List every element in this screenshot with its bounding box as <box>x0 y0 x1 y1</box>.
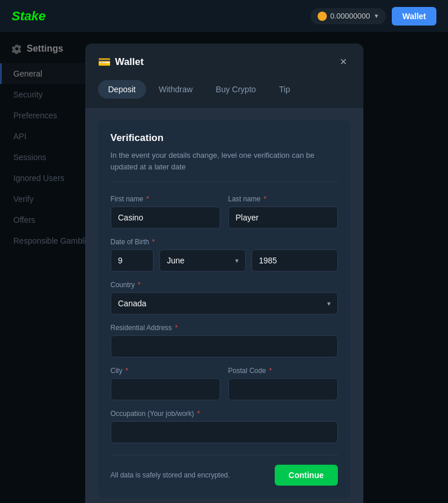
top-nav: Stake 0.00000000 ▼ Wallet <box>0 0 448 32</box>
dob-year-group <box>252 249 338 272</box>
verification-description: In the event your details change, level … <box>111 150 338 182</box>
country-required: * <box>138 281 141 289</box>
tab-tip[interactable]: Tip <box>269 80 301 99</box>
first-name-input[interactable] <box>111 207 220 229</box>
country-group: Country * Canada United States United Ki… <box>111 281 338 314</box>
city-postal-row: City * Postal Code * <box>111 367 338 400</box>
name-row: First name * Last name * <box>111 195 338 229</box>
first-name-required: * <box>147 195 150 203</box>
city-input[interactable] <box>111 378 220 400</box>
last-name-input[interactable] <box>228 207 338 229</box>
city-required: * <box>126 367 129 375</box>
main-layout: Settings General Security Preferences AP… <box>0 32 448 503</box>
country-select[interactable]: Canada United States United Kingdom Aust… <box>111 292 338 314</box>
modal-title: 💳 Wallet <box>98 56 144 68</box>
tab-withdraw[interactable]: Withdraw <box>148 80 203 99</box>
dob-required: * <box>152 238 155 246</box>
country-label: Country * <box>111 281 338 289</box>
modal-content: Verification In the event your details c… <box>85 108 363 503</box>
dob-day-group <box>111 249 154 272</box>
country-select-wrapper: Canada United States United Kingdom Aust… <box>111 292 338 314</box>
dob-day-input[interactable] <box>111 249 154 272</box>
coin-icon <box>318 12 327 21</box>
logo-text: Stake <box>12 9 46 23</box>
address-input[interactable] <box>111 335 338 357</box>
dob-group: Date of Birth * January February March <box>111 238 338 272</box>
postal-label: Postal Code * <box>228 367 338 375</box>
wallet-button[interactable]: Wallet <box>392 7 436 26</box>
last-name-required: * <box>264 195 267 203</box>
occupation-input[interactable] <box>111 421 338 443</box>
logo: Stake <box>12 9 46 24</box>
continue-button[interactable]: Continue <box>275 465 338 486</box>
wallet-modal: 💳 Wallet × Deposit Withdraw Buy Crypto T… <box>85 44 363 503</box>
modal-overlay: 💳 Wallet × Deposit Withdraw Buy Crypto T… <box>0 32 448 503</box>
form-footer: All data is safely stored and encrypted.… <box>111 455 338 486</box>
balance-pill[interactable]: 0.00000000 ▼ <box>311 8 387 24</box>
occupation-label: Occupation (Your job/work) * <box>111 410 338 418</box>
nav-right: 0.00000000 ▼ Wallet <box>311 7 436 26</box>
tab-deposit[interactable]: Deposit <box>98 80 146 99</box>
address-label: Residential Address * <box>111 324 338 332</box>
close-button[interactable]: × <box>337 54 351 70</box>
first-name-label: First name * <box>111 195 220 203</box>
address-group: Residential Address * <box>111 324 338 357</box>
footer-security-text: All data is safely stored and encrypted. <box>111 471 230 479</box>
dob-month-select[interactable]: January February March April May June Ju… <box>159 249 246 272</box>
last-name-label: Last name * <box>228 195 338 203</box>
occupation-required: * <box>197 410 200 418</box>
dob-row: January February March April May June Ju… <box>111 249 338 272</box>
postal-group: Postal Code * <box>228 367 338 400</box>
dob-label: Date of Birth * <box>111 238 338 246</box>
city-group: City * <box>111 367 220 400</box>
modal-title-text: Wallet <box>115 56 144 68</box>
address-required: * <box>175 324 178 332</box>
first-name-group: First name * <box>111 195 220 229</box>
postal-input[interactable] <box>228 378 338 400</box>
tab-buy-crypto[interactable]: Buy Crypto <box>205 80 266 99</box>
last-name-group: Last name * <box>228 195 338 229</box>
dob-year-input[interactable] <box>252 249 338 272</box>
occupation-group: Occupation (Your job/work) * <box>111 410 338 443</box>
verification-title: Verification <box>111 132 338 144</box>
tab-bar: Deposit Withdraw Buy Crypto Tip <box>85 80 363 108</box>
verification-card: Verification In the event your details c… <box>98 120 351 498</box>
city-label: City * <box>111 367 220 375</box>
dob-month-group: January February March April May June Ju… <box>159 249 246 272</box>
wallet-icon: 💳 <box>98 56 111 68</box>
balance-value: 0.00000000 <box>330 12 370 20</box>
modal-header: 💳 Wallet × <box>85 44 363 80</box>
chevron-down-icon: ▼ <box>373 13 379 19</box>
postal-required: * <box>269 367 272 375</box>
